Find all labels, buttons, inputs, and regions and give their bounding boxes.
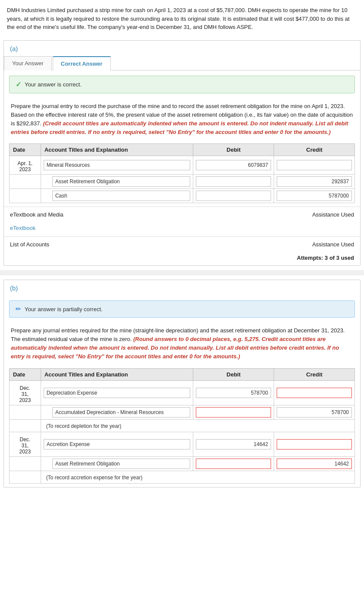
section-a: (a) Your Answer Correct Answer ✓ Your an… bbox=[3, 40, 361, 266]
account-cell bbox=[41, 175, 193, 189]
date-cell-dec1: Dec.31,2023 bbox=[10, 380, 41, 405]
credit-cell bbox=[274, 175, 355, 189]
debit-cell bbox=[193, 405, 274, 419]
credit-cell bbox=[274, 156, 355, 175]
date-cell bbox=[10, 189, 41, 203]
section-b-label: (b) bbox=[4, 280, 360, 295]
account-cell bbox=[41, 189, 193, 203]
account-input[interactable] bbox=[44, 160, 191, 170]
section-a-journal-table: Date Account Titles and Explanation Debi… bbox=[9, 143, 355, 203]
account-cell bbox=[41, 432, 193, 456]
credit-cell bbox=[274, 380, 355, 405]
section-b-journal-table: Date Account Titles and Explanation Debi… bbox=[9, 368, 355, 484]
debit-cell bbox=[193, 175, 274, 189]
check-icon: ✓ bbox=[16, 80, 21, 89]
debit-cell bbox=[193, 380, 274, 405]
col-header-date: Date bbox=[10, 144, 41, 156]
account-input-accretion[interactable] bbox=[44, 439, 191, 449]
note-row: (To record depletion for the year) bbox=[10, 419, 355, 432]
date-cell: Apr. 1,2023 bbox=[10, 156, 41, 175]
col-header-date-b: Date bbox=[10, 368, 41, 380]
problem-text: DMH Industries Limited purchased a strip… bbox=[0, 0, 364, 36]
debit-input[interactable] bbox=[196, 160, 271, 170]
col-header-debit: Debit bbox=[193, 144, 274, 156]
credit-input[interactable] bbox=[277, 191, 352, 201]
list-of-accounts-row: List of Accounts Assistance Used bbox=[4, 236, 360, 252]
credit-cell bbox=[274, 189, 355, 203]
col-header-account: Account Titles and Explanation bbox=[41, 144, 193, 156]
list-of-accounts-label: List of Accounts bbox=[10, 241, 49, 248]
partial-banner-text: Your answer is partially correct. bbox=[25, 306, 102, 312]
section-a-tabs: Your Answer Correct Answer bbox=[4, 56, 360, 70]
table-row bbox=[10, 175, 355, 189]
section-b-instructions: Prepare any journal entries required for… bbox=[4, 322, 360, 365]
correct-answer-banner: ✓ Your answer is correct. bbox=[9, 76, 355, 93]
account-cell bbox=[41, 380, 193, 405]
debit-input-aro-error[interactable] bbox=[196, 459, 271, 469]
credit-cell bbox=[274, 456, 355, 471]
section-a-table-wrapper: Date Account Titles and Explanation Debi… bbox=[4, 143, 360, 207]
section-a-instructions: Prepare the journal entry to record the … bbox=[4, 98, 360, 140]
debit-input-accretion[interactable] bbox=[196, 439, 271, 449]
col-header-credit: Credit bbox=[274, 144, 355, 156]
credit-input[interactable] bbox=[277, 160, 352, 170]
debit-input-dep[interactable] bbox=[196, 388, 271, 398]
section-b-table-wrapper: Date Account Titles and Explanation Debi… bbox=[4, 368, 360, 487]
table-row bbox=[10, 405, 355, 419]
account-input-aro[interactable] bbox=[52, 459, 191, 469]
debit-input[interactable] bbox=[196, 191, 271, 201]
table-row: Apr. 1,2023 bbox=[10, 156, 355, 175]
credit-input-aro-error[interactable] bbox=[277, 459, 352, 469]
table-row: Dec.31,2023 bbox=[10, 432, 355, 456]
date-cell bbox=[10, 175, 41, 189]
col-header-account-b: Account Titles and Explanation bbox=[41, 368, 193, 380]
assistance-used-label-2: Assistance Used bbox=[312, 241, 354, 248]
section-divider bbox=[0, 270, 364, 275]
tab-your-answer[interactable]: Your Answer bbox=[4, 56, 52, 70]
credit-cell bbox=[274, 432, 355, 456]
col-header-credit-b: Credit bbox=[274, 368, 355, 380]
note-cell-2: (To record accretion expense for the yea… bbox=[41, 471, 354, 483]
account-input-dep[interactable] bbox=[44, 388, 191, 398]
account-cell bbox=[41, 156, 193, 175]
section-a-label: (a) bbox=[4, 41, 360, 56]
table-row bbox=[10, 189, 355, 203]
assistance-used-label: Assistance Used bbox=[312, 211, 354, 218]
date-cell-dec2: Dec.31,2023 bbox=[10, 432, 41, 456]
account-input-accum[interactable] bbox=[52, 407, 191, 418]
account-cell bbox=[41, 405, 193, 419]
etextbook-media-label: eTextbook and Media bbox=[10, 211, 64, 218]
note-date bbox=[10, 419, 41, 432]
attempts-text: Attempts: 3 of 3 used bbox=[4, 252, 360, 265]
note-depletion: (To record depletion for the year) bbox=[44, 421, 352, 430]
credit-input-accum[interactable] bbox=[277, 407, 352, 418]
pencil-icon: ✏ bbox=[16, 305, 21, 313]
etextbook-row: eTextbook and Media Assistance Used bbox=[4, 207, 360, 222]
etextbook-link[interactable]: eTextbook bbox=[4, 222, 360, 236]
credit-input-accretion-error[interactable] bbox=[277, 439, 352, 449]
account-input-indented[interactable] bbox=[52, 176, 191, 187]
col-header-debit-b: Debit bbox=[193, 368, 274, 380]
note-cell: (To record depletion for the year) bbox=[41, 419, 354, 432]
account-cell bbox=[41, 456, 193, 471]
correct-banner-text: Your answer is correct. bbox=[25, 81, 82, 88]
tab-correct-answer[interactable]: Correct Answer bbox=[53, 56, 111, 70]
debit-cell bbox=[193, 189, 274, 203]
section-b: (b) ✏ Your answer is partially correct. … bbox=[3, 280, 361, 488]
partial-answer-banner: ✏ Your answer is partially correct. bbox=[9, 300, 355, 318]
date-cell bbox=[10, 456, 41, 471]
note-accretion: (To record accretion expense for the yea… bbox=[44, 473, 352, 481]
debit-cell bbox=[193, 432, 274, 456]
debit-cell bbox=[193, 156, 274, 175]
table-row bbox=[10, 456, 355, 471]
table-row: Dec.31,2023 bbox=[10, 380, 355, 405]
debit-input-accum-error[interactable] bbox=[196, 407, 271, 418]
note-row-2: (To record accretion expense for the yea… bbox=[10, 471, 355, 483]
date-cell bbox=[10, 405, 41, 419]
credit-input-dep-error[interactable] bbox=[277, 388, 352, 398]
debit-cell bbox=[193, 456, 274, 471]
account-input-indented[interactable] bbox=[52, 191, 191, 201]
credit-cell bbox=[274, 405, 355, 419]
credit-input[interactable] bbox=[277, 176, 352, 187]
debit-input[interactable] bbox=[196, 176, 271, 187]
